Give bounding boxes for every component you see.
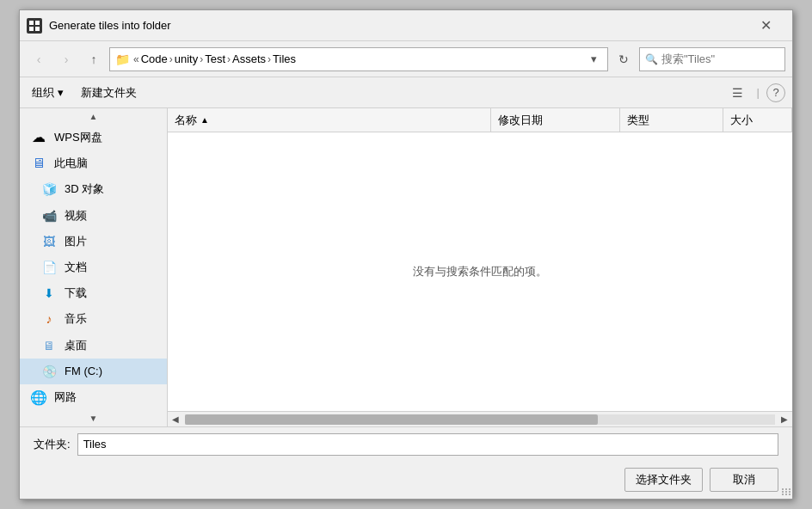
organize-button[interactable]: 组织 ▾ bbox=[27, 81, 69, 105]
folder-icon: 📁 bbox=[115, 52, 130, 66]
new-folder-label: 新建文件夹 bbox=[81, 85, 137, 101]
empty-message: 没有与搜索条件匹配的项。 bbox=[413, 264, 547, 279]
column-size-label: 大小 bbox=[730, 113, 753, 128]
sidebar-item-3d-objects-label: 3D 对象 bbox=[65, 181, 104, 197]
sidebar-item-downloads[interactable]: ⬇ 下载 bbox=[20, 280, 167, 306]
sidebar-item-videos-label: 视频 bbox=[65, 208, 87, 224]
sidebar-item-desktop[interactable]: 🖥 桌面 bbox=[20, 333, 167, 359]
address-dropdown-button[interactable]: ▾ bbox=[585, 52, 602, 65]
column-type[interactable]: 类型 bbox=[620, 108, 723, 132]
search-input[interactable] bbox=[661, 52, 806, 65]
breadcrumb-unity[interactable]: unity bbox=[175, 52, 198, 65]
confirm-button[interactable]: 选择文件夹 bbox=[624, 468, 703, 492]
svg-rect-2 bbox=[29, 27, 34, 31]
breadcrumb-sep-start: « bbox=[133, 53, 139, 65]
music-icon: ♪ bbox=[40, 310, 58, 328]
sidebar-item-desktop-label: 桌面 bbox=[65, 338, 87, 353]
sidebar-item-pictures-label: 图片 bbox=[65, 234, 87, 249]
breadcrumb-test[interactable]: Test bbox=[205, 52, 225, 65]
sidebar-item-wps[interactable]: ☁ WPS网盘 bbox=[20, 125, 167, 150]
sidebar-item-music-label: 音乐 bbox=[65, 311, 87, 327]
hscroll-thumb bbox=[185, 414, 598, 425]
help-button[interactable]: ? bbox=[766, 83, 785, 102]
action-row: 选择文件夹 取消 bbox=[20, 461, 792, 499]
sidebar-item-videos[interactable]: 📹 视频 bbox=[20, 202, 167, 228]
sidebar-item-drive-c-label: FM (C:) bbox=[65, 365, 102, 377]
resize-handle[interactable] bbox=[780, 487, 792, 499]
svg-rect-0 bbox=[29, 21, 34, 25]
column-size[interactable]: 大小 bbox=[723, 108, 792, 132]
svg-rect-3 bbox=[35, 27, 40, 31]
toolbar-row: 组织 ▾ 新建文件夹 ☰ | ? bbox=[20, 77, 792, 108]
hscroll-left-button[interactable]: ◀ bbox=[168, 412, 183, 427]
hscroll-track[interactable] bbox=[185, 414, 775, 425]
bottom-area: 文件夹: bbox=[20, 426, 792, 461]
view-button[interactable]: ☰ bbox=[726, 81, 750, 105]
sidebar-item-drive-c[interactable]: 💿 FM (C:) bbox=[20, 359, 167, 384]
search-icon: 🔍 bbox=[645, 53, 658, 65]
sort-arrow-icon: ▲ bbox=[200, 115, 209, 125]
cancel-label: 取消 bbox=[733, 473, 755, 486]
pictures-icon: 🖼 bbox=[40, 233, 58, 250]
file-area: 名称 ▲ 修改日期 类型 大小 没有与搜索条件匹配的项。 ◀ bbox=[168, 108, 792, 426]
address-row: ‹ › ↑ 📁 « Code › unity › Test › Assets ›… bbox=[20, 41, 792, 77]
sidebar-item-network-label: 网路 bbox=[54, 389, 77, 405]
hscroll-right-button[interactable]: ▶ bbox=[777, 412, 792, 427]
this-pc-icon: 🖥 bbox=[30, 155, 47, 172]
refresh-button[interactable]: ↻ bbox=[612, 47, 636, 71]
confirm-label: 选择文件夹 bbox=[636, 473, 692, 486]
organize-arrow-icon: ▾ bbox=[58, 86, 64, 99]
resize-dot bbox=[789, 491, 790, 493]
sidebar-item-pictures[interactable]: 🖼 图片 bbox=[20, 229, 167, 254]
sidebar-scroll-down[interactable]: ▼ bbox=[20, 410, 167, 426]
horizontal-scrollbar[interactable]: ◀ ▶ bbox=[168, 411, 792, 426]
sidebar-item-3d-objects[interactable]: 🧊 3D 对象 bbox=[20, 176, 167, 202]
breadcrumb-sep-3: › bbox=[227, 53, 231, 65]
3d-objects-icon: 🧊 bbox=[40, 181, 58, 198]
up-button[interactable]: ↑ bbox=[82, 47, 106, 71]
column-type-label: 类型 bbox=[627, 113, 649, 128]
folder-label: 文件夹: bbox=[34, 437, 71, 452]
folder-input[interactable] bbox=[77, 433, 778, 456]
dialog-window: Generate tiles into folder ✕ ‹ › ↑ 📁 « C… bbox=[19, 9, 793, 500]
column-date[interactable]: 修改日期 bbox=[491, 108, 620, 132]
resize-dot bbox=[785, 491, 787, 493]
sidebar-item-documents-label: 文档 bbox=[65, 260, 87, 275]
resize-dot bbox=[782, 488, 784, 490]
sidebar-item-documents[interactable]: 📄 文档 bbox=[20, 254, 167, 280]
app-icon bbox=[27, 18, 42, 34]
file-header: 名称 ▲ 修改日期 类型 大小 bbox=[168, 108, 792, 132]
cancel-button[interactable]: 取消 bbox=[710, 468, 778, 492]
videos-icon: 📹 bbox=[40, 207, 58, 224]
drive-c-icon: 💿 bbox=[40, 363, 58, 380]
breadcrumb-sep-2: › bbox=[200, 53, 203, 65]
sidebar: ▲ ☁ WPS网盘 🖥 此电脑 🧊 3D 对象 📹 视频 🖼 图片 bbox=[20, 108, 168, 426]
desktop-icon: 🖥 bbox=[40, 337, 58, 354]
new-folder-button[interactable]: 新建文件夹 bbox=[76, 81, 142, 105]
breadcrumb: « Code › unity › Test › Assets › Tiles bbox=[133, 52, 581, 65]
sidebar-item-this-pc-label: 此电脑 bbox=[54, 156, 88, 171]
file-list: 没有与搜索条件匹配的项。 bbox=[168, 132, 792, 411]
breadcrumb-assets[interactable]: Assets bbox=[232, 52, 266, 65]
sidebar-item-music[interactable]: ♪ 音乐 bbox=[20, 306, 167, 332]
column-date-label: 修改日期 bbox=[498, 113, 543, 128]
column-name-label: 名称 bbox=[175, 113, 197, 128]
resize-dot bbox=[782, 494, 784, 495]
forward-button[interactable]: › bbox=[54, 47, 78, 71]
resize-dot bbox=[782, 491, 784, 493]
resize-dot bbox=[785, 494, 787, 495]
address-bar[interactable]: 📁 « Code › unity › Test › Assets › Tiles… bbox=[109, 47, 608, 71]
svg-rect-1 bbox=[35, 21, 40, 25]
search-box: 🔍 bbox=[639, 47, 785, 71]
close-button[interactable]: ✕ bbox=[746, 10, 785, 41]
wps-icon: ☁ bbox=[30, 129, 47, 146]
sidebar-item-wps-label: WPS网盘 bbox=[54, 130, 102, 145]
downloads-icon: ⬇ bbox=[40, 285, 58, 302]
back-button[interactable]: ‹ bbox=[27, 47, 51, 71]
sidebar-item-this-pc[interactable]: 🖥 此电脑 bbox=[20, 150, 167, 176]
breadcrumb-tiles[interactable]: Tiles bbox=[273, 52, 296, 65]
sidebar-scroll-up[interactable]: ▲ bbox=[20, 108, 167, 125]
sidebar-item-network[interactable]: 🌐 网路 bbox=[20, 384, 167, 410]
breadcrumb-code[interactable]: Code bbox=[141, 52, 168, 65]
column-name[interactable]: 名称 ▲ bbox=[168, 108, 491, 132]
